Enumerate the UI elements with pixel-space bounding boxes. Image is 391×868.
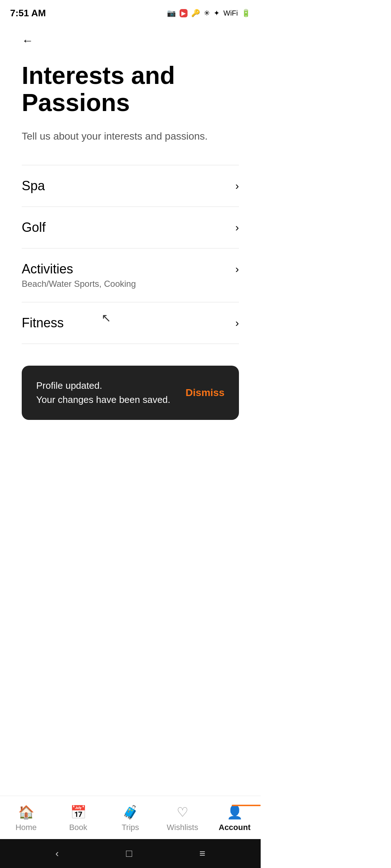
toast-text: Profile updated. Your changes have been … — [36, 379, 171, 407]
golf-menu-item[interactable]: Golf › — [22, 207, 239, 248]
spa-menu-item[interactable]: Spa › — [22, 165, 239, 207]
battery-icon: 🔋 — [241, 9, 251, 17]
page-title: Interests and Passions — [22, 62, 239, 116]
wifi-icon: WiFi — [223, 9, 238, 17]
location-icon: ✦ — [214, 9, 220, 17]
status-time: 7:51 AM — [10, 8, 46, 19]
toast-notification: Profile updated. Your changes have been … — [22, 366, 239, 420]
spa-chevron-icon: › — [235, 180, 239, 192]
page-subtitle: Tell us about your interests and passion… — [22, 129, 239, 143]
toast-line1: Profile updated. — [36, 379, 171, 393]
activities-label: Activities — [22, 261, 73, 277]
back-arrow-icon: ← — [22, 34, 33, 47]
fitness-chevron-icon: › — [235, 317, 239, 329]
spa-label: Spa — [22, 178, 45, 193]
record-icon: ▶ — [180, 9, 188, 17]
back-button[interactable]: ← — [22, 34, 239, 47]
main-content: ← Interests and Passions Tell us about y… — [0, 23, 261, 344]
fitness-label: Fitness — [22, 315, 64, 331]
menu-list: Spa › Golf › Activities › Beach/Water Sp… — [22, 165, 239, 344]
video-icon: 📷 — [167, 9, 176, 17]
status-icons: 📷 ▶ 🔑 ✳ ✦ WiFi 🔋 — [167, 9, 251, 17]
golf-chevron-icon: › — [235, 221, 239, 234]
status-bar: 7:51 AM 📷 ▶ 🔑 ✳ ✦ WiFi 🔋 — [0, 0, 261, 23]
activities-chevron-icon: › — [235, 263, 239, 275]
activities-menu-item[interactable]: Activities › Beach/Water Sports, Cooking — [22, 248, 239, 302]
fitness-menu-item[interactable]: Fitness › — [22, 302, 239, 344]
toast-line2: Your changes have been saved. — [36, 393, 171, 407]
golf-label: Golf — [22, 220, 46, 235]
bluetooth-icon: ✳ — [204, 9, 210, 17]
toast-dismiss-button[interactable]: Dismiss — [186, 387, 224, 399]
key-icon: 🔑 — [191, 9, 200, 17]
activities-sublabel: Beach/Water Sports, Cooking — [22, 279, 239, 289]
